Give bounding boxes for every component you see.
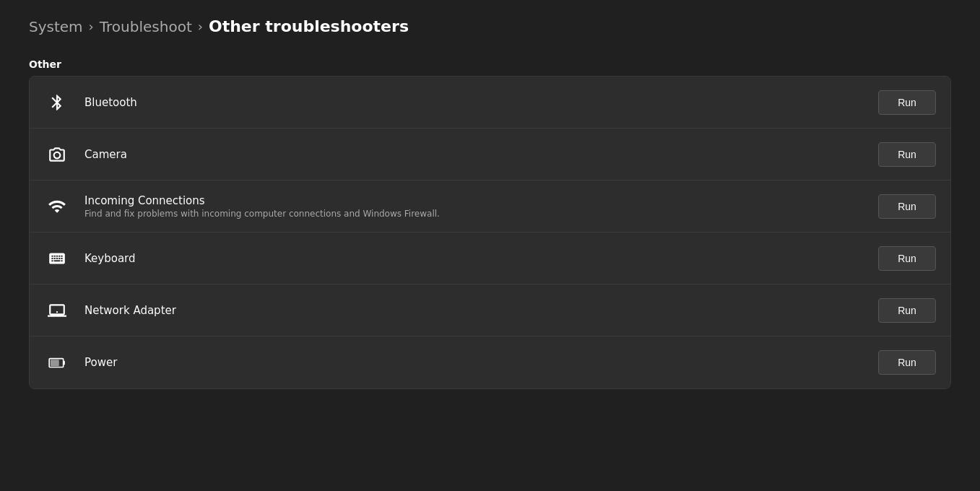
troubleshooter-list: Bluetooth Run Camera Run [29,76,951,389]
run-button-bluetooth[interactable]: Run [878,90,936,115]
connections-icon [44,194,70,220]
item-title-power: Power [84,356,117,369]
troubleshooter-item-power: Power Run [30,336,950,388]
item-text-keyboard: Keyboard [84,252,136,265]
keyboard-icon [44,246,70,271]
troubleshooter-item-network-adapter: Network Adapter Run [30,284,950,336]
breadcrumb-troubleshoot[interactable]: Troubleshoot [100,18,192,35]
item-title-keyboard: Keyboard [84,252,136,265]
svg-rect-2 [51,360,59,366]
item-text-incoming-connections: Incoming Connections Find and fix proble… [84,194,440,219]
svg-rect-1 [64,361,65,365]
camera-icon [44,142,70,168]
breadcrumb-system[interactable]: System [29,18,83,35]
troubleshooter-item-bluetooth: Bluetooth Run [30,77,950,129]
item-left-keyboard: Keyboard [44,246,136,271]
item-title-incoming-connections: Incoming Connections [84,194,440,207]
breadcrumb-current: Other troubleshooters [209,17,409,35]
breadcrumb-separator-2: › [198,19,203,34]
power-icon [44,349,70,375]
item-text-camera: Camera [84,148,127,161]
bluetooth-icon [44,90,70,116]
item-title-camera: Camera [84,148,127,161]
section-label: Other [29,58,951,70]
item-left-bluetooth: Bluetooth [44,90,137,116]
run-button-incoming-connections[interactable]: Run [878,194,936,219]
item-text-bluetooth: Bluetooth [84,96,137,109]
run-button-power[interactable]: Run [878,350,936,375]
item-description-incoming-connections: Find and fix problems with incoming comp… [84,209,440,219]
item-left-camera: Camera [44,142,127,168]
breadcrumb-separator-1: › [89,19,94,34]
run-button-network-adapter[interactable]: Run [878,298,936,323]
troubleshooter-item-camera: Camera Run [30,129,950,181]
item-left-power: Power [44,349,117,375]
troubleshooter-item-incoming-connections: Incoming Connections Find and fix proble… [30,181,950,233]
troubleshooter-item-keyboard: Keyboard Run [30,233,950,284]
item-text-power: Power [84,356,117,369]
breadcrumb: System › Troubleshoot › Other troublesho… [29,17,951,35]
item-left-incoming-connections: Incoming Connections Find and fix proble… [44,194,440,220]
network-adapter-icon [44,297,70,323]
item-text-network-adapter: Network Adapter [84,304,176,317]
run-button-keyboard[interactable]: Run [878,246,936,271]
item-left-network-adapter: Network Adapter [44,297,176,323]
item-title-bluetooth: Bluetooth [84,96,137,109]
run-button-camera[interactable]: Run [878,142,936,167]
item-title-network-adapter: Network Adapter [84,304,176,317]
